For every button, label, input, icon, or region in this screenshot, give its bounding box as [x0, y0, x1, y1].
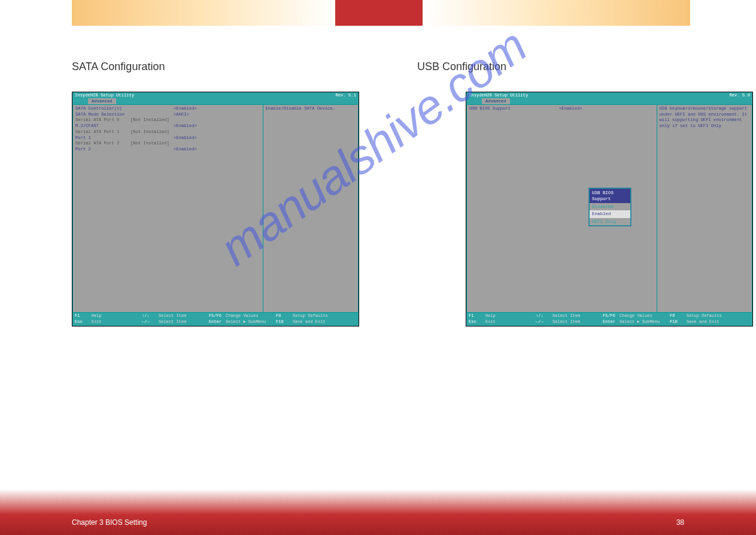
top-color-bar — [0, 0, 756, 26]
bios-rev: Rev. 5.1 — [335, 92, 356, 98]
bios-screenshots-row: InsydeH20 Setup Utility Rev. 5.1 Advance… — [0, 74, 756, 327]
section-titles: SATA Configuration USB Configuration — [0, 26, 756, 74]
bios-help-panel: Enable/Disable SATA Device. — [263, 105, 358, 312]
footer-chapter: Chapter 3 BIOS Setting — [72, 518, 147, 527]
bios-footer-keys: F1Help ↑/↓Select Item F5/F6Change Values… — [72, 313, 359, 326]
footer-bar: Chapter 3 BIOS Setting 38 — [0, 484, 756, 535]
bios-title: InsydeH20 Setup Utility — [469, 92, 528, 98]
section-title-left: SATA Configuration — [72, 61, 165, 73]
bios-popup-usb-support: USB BIOS Support Disabled Enabled UEFI O… — [589, 188, 631, 226]
bios-tab-advanced: Advanced — [88, 98, 116, 104]
bios-footer-keys: F1Help ↑/↓Select Item F5/F6Change Values… — [466, 313, 752, 326]
bios-settings-panel: SATA Controller(s)<Enabled> SATA Mode Se… — [73, 105, 263, 312]
bios-tab-advanced: Advanced — [482, 98, 510, 104]
bios-title: InsydeH20 Setup Utility — [75, 92, 134, 98]
popup-option-enabled[interactable]: Enabled — [590, 210, 630, 217]
bios-screenshot-usb: InsydeH20 Setup Utility Rev. 5.0 Advance… — [466, 92, 753, 327]
bios-help-panel: USB keyboard/mouse/storage support under… — [657, 105, 752, 312]
bios-rev: Rev. 5.0 — [729, 92, 750, 98]
popup-title: USB BIOS Support — [590, 189, 630, 203]
popup-option-disabled[interactable]: Disabled — [590, 203, 630, 210]
section-title-right: USB Configuration — [417, 61, 506, 73]
bios-screenshot-sata: InsydeH20 Setup Utility Rev. 5.1 Advance… — [72, 92, 359, 327]
footer-page-number: 38 — [676, 518, 684, 527]
popup-option-uefi-only[interactable]: UEFI Only — [590, 218, 630, 225]
